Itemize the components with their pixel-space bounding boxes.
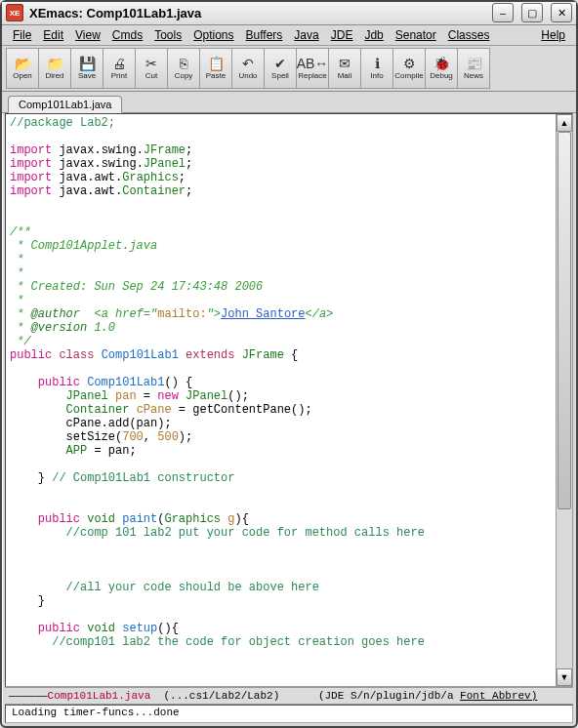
minibuffer[interactable]: Loading timer-funcs...done (5, 705, 573, 723)
minimize-button[interactable]: – (492, 3, 514, 22)
toolbar-print-button[interactable]: 🖨Print (103, 48, 136, 89)
undo-icon: ↶ (242, 57, 254, 70)
menu-senator[interactable]: Senator (391, 26, 441, 44)
toolbar-undo-button[interactable]: ↶Undo (231, 48, 265, 89)
toolbar-compile-button[interactable]: ⚙Compile (392, 48, 426, 89)
menu-options[interactable]: Options (188, 26, 238, 44)
menu-cmds[interactable]: Cmds (107, 26, 147, 44)
scroll-track[interactable] (557, 132, 572, 668)
news-icon: 📰 (466, 57, 482, 70)
modeline: ——————Comp101Lab1.java (...cs1/Lab2/Lab2… (5, 687, 573, 705)
copy-icon: ⎘ (180, 57, 187, 70)
app-window: XE XEmacs: Comp101Lab1.java – ▢ ✕ File E… (0, 0, 578, 728)
toolbar-replace-button[interactable]: AB↔Replace (296, 48, 329, 89)
toolbar-label: Copy (175, 71, 193, 80)
toolbar-label: Debug (430, 71, 453, 80)
toolbar-paste-button[interactable]: 📋Paste (199, 48, 232, 89)
compile-icon: ⚙ (403, 57, 416, 70)
toolbar-cut-button[interactable]: ✂Cut (135, 48, 168, 89)
paste-icon: 📋 (208, 57, 225, 70)
scroll-up-button[interactable]: ▲ (557, 114, 572, 132)
window-title: XEmacs: Comp101Lab1.java (29, 6, 201, 20)
toolbar-open-button[interactable]: 📂Open (6, 48, 39, 89)
menu-file[interactable]: File (8, 26, 36, 44)
toolbar-label: Mail (338, 71, 352, 80)
toolbar-label: Paste (206, 71, 226, 80)
print-icon: 🖨 (112, 57, 126, 70)
menubar: File Edit View Cmds Tools Options Buffer… (2, 25, 576, 47)
code-editor[interactable]: //package Lab2; import javax.swing.JFram… (6, 114, 556, 686)
toolbar-label: Replace (298, 71, 326, 80)
toolbar-dired-button[interactable]: 📁Dired (38, 48, 71, 89)
toolbar-label: Undo (238, 71, 257, 80)
vertical-scrollbar[interactable]: ▲ ▼ (556, 114, 572, 686)
toolbar-spell-button[interactable]: ✔Spell (264, 48, 297, 89)
toolbar-label: Save (78, 71, 96, 80)
app-icon: XE (6, 4, 23, 21)
menu-jde[interactable]: JDE (326, 26, 358, 44)
toolbar-label: Compile (394, 71, 423, 80)
spell-icon: ✔ (274, 57, 286, 70)
toolbar-debug-button[interactable]: 🐞Debug (425, 48, 458, 89)
save-icon: 💾 (79, 57, 96, 70)
open-icon: 📂 (15, 57, 31, 70)
toolbar-news-button[interactable]: 📰News (457, 48, 490, 89)
toolbar-label: Print (111, 71, 127, 80)
menu-edit[interactable]: Edit (38, 26, 68, 44)
menu-buffers[interactable]: Buffers (241, 26, 288, 44)
scroll-thumb[interactable] (557, 132, 571, 509)
debug-icon: 🐞 (434, 57, 450, 70)
tab-active-buffer[interactable]: Comp101Lab1.java (8, 96, 122, 113)
close-button[interactable]: ✕ (551, 3, 572, 22)
toolbar-label: Spell (271, 71, 289, 80)
toolbar-copy-button[interactable]: ⎘Copy (167, 48, 200, 89)
scroll-down-button[interactable]: ▼ (557, 668, 572, 686)
menu-tools[interactable]: Tools (149, 26, 186, 44)
toolbar-mail-button[interactable]: ✉Mail (328, 48, 361, 89)
menu-jdb[interactable]: Jdb (359, 26, 388, 44)
menu-help[interactable]: Help (536, 26, 570, 44)
titlebar: XE XEmacs: Comp101Lab1.java – ▢ ✕ (2, 2, 576, 25)
editor-wrap: //package Lab2; import javax.swing.JFram… (5, 113, 573, 687)
toolbar-label: Open (13, 71, 32, 80)
toolbar-label: Cut (145, 71, 157, 80)
info-icon: ℹ (375, 57, 380, 70)
toolbar-label: Dired (45, 71, 63, 80)
maximize-button[interactable]: ▢ (521, 3, 543, 22)
buffer-tabs: Comp101Lab1.java (2, 92, 576, 113)
toolbar-save-button[interactable]: 💾Save (70, 48, 103, 89)
toolbar-info-button[interactable]: ℹInfo (360, 48, 393, 89)
cut-icon: ✂ (145, 57, 157, 70)
menu-view[interactable]: View (70, 26, 105, 44)
dired-icon: 📁 (47, 57, 63, 70)
toolbar: 📂Open📁Dired💾Save🖨Print✂Cut⎘Copy📋Paste↶Un… (2, 46, 576, 92)
toolbar-label: News (464, 71, 483, 80)
replace-icon: AB↔ (297, 57, 329, 70)
toolbar-label: Info (370, 71, 383, 80)
menu-classes[interactable]: Classes (443, 26, 495, 44)
mail-icon: ✉ (339, 57, 351, 70)
menu-java[interactable]: Java (289, 26, 323, 44)
